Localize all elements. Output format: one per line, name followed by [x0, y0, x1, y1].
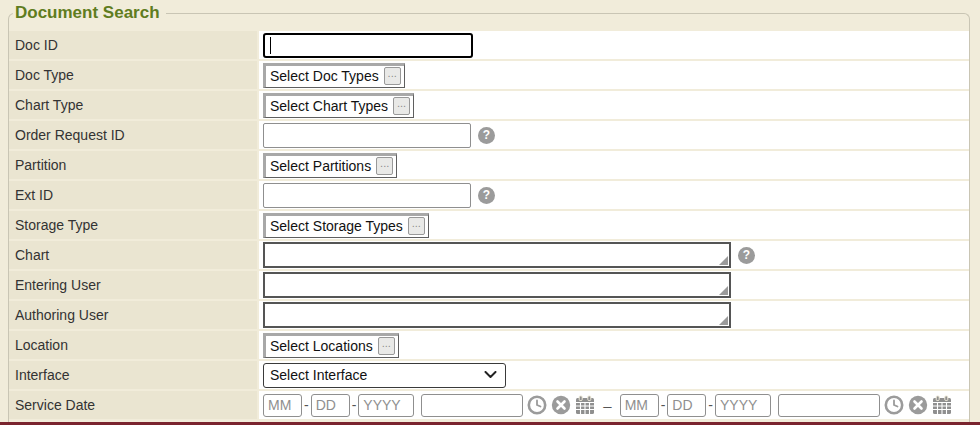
interface-select-value: Select Interface [270, 367, 367, 383]
date-separator: - [304, 397, 309, 413]
entering-user-label: Entering User [9, 271, 257, 299]
field-row-chart-type: Chart Type Select Chart Types ... [9, 91, 969, 119]
interface-label: Interface [9, 361, 257, 389]
location-label: Location [9, 331, 257, 359]
order-request-id-input[interactable] [263, 123, 471, 148]
to-day-input[interactable] [667, 394, 706, 417]
entering-user-textarea[interactable] [263, 272, 731, 298]
help-icon[interactable]: ? [478, 187, 495, 204]
chart-type-picker[interactable]: Select Chart Types ... [263, 93, 414, 118]
location-ellipsis-button[interactable]: ... [378, 337, 395, 355]
clock-icon[interactable] [527, 395, 547, 415]
field-row-service-date: Service Date - - [9, 391, 969, 419]
clear-icon[interactable] [908, 395, 928, 415]
to-month-input[interactable] [620, 394, 659, 417]
service-date-label: Service Date [9, 391, 257, 419]
doc-type-picker-label: Select Doc Types [270, 68, 379, 84]
partition-ellipsis-button[interactable]: ... [376, 157, 393, 175]
calendar-icon[interactable] [932, 395, 952, 415]
from-day-input[interactable] [311, 394, 350, 417]
document-search-fieldset: Document Search Doc ID Doc Type Select D… [8, 13, 970, 425]
storage-type-ellipsis-button[interactable]: ... [408, 217, 425, 235]
field-row-chart: Chart ? [9, 241, 969, 269]
field-row-order-request-id: Order Request ID ? [9, 121, 969, 149]
help-icon[interactable]: ? [738, 247, 755, 264]
page-title: Document Search [13, 3, 166, 23]
chart-type-picker-label: Select Chart Types [270, 98, 388, 114]
from-month-input[interactable] [263, 394, 302, 417]
field-row-doc-type: Doc Type Select Doc Types ... [9, 61, 969, 89]
text-caret [270, 37, 271, 54]
service-date-from-group: - - [263, 394, 595, 417]
interface-select[interactable]: Select Interface [263, 363, 506, 388]
field-row-location: Location Select Locations ... [9, 331, 969, 359]
location-picker-label: Select Locations [270, 338, 373, 354]
location-picker[interactable]: Select Locations ... [263, 333, 399, 358]
field-row-doc-id: Doc ID [9, 31, 969, 59]
ext-id-input[interactable] [263, 183, 471, 208]
date-separator: - [661, 397, 666, 413]
chevron-down-icon [484, 371, 497, 379]
from-time-input[interactable] [421, 394, 523, 417]
ext-id-label: Ext ID [9, 181, 257, 209]
field-row-interface: Interface Select Interface [9, 361, 969, 389]
service-date-to-group: - - [620, 394, 952, 417]
doc-id-label: Doc ID [9, 31, 257, 59]
form-rows: Doc ID Doc Type Select Doc Types ... Cha… [9, 14, 969, 419]
chart-label: Chart [9, 241, 257, 269]
field-row-storage-type: Storage Type Select Storage Types ... [9, 211, 969, 239]
doc-type-label: Doc Type [9, 61, 257, 89]
storage-type-picker-label: Select Storage Types [270, 218, 403, 234]
help-icon[interactable]: ? [478, 127, 495, 144]
calendar-icon[interactable] [575, 395, 595, 415]
authoring-user-textarea[interactable] [263, 302, 731, 328]
chart-type-label: Chart Type [9, 91, 257, 119]
to-time-input[interactable] [778, 394, 880, 417]
doc-type-ellipsis-button[interactable]: ... [384, 67, 401, 85]
authoring-user-label: Authoring User [9, 301, 257, 329]
doc-id-input[interactable] [263, 33, 473, 58]
partition-label: Partition [9, 151, 257, 179]
field-row-partition: Partition Select Partitions ... [9, 151, 969, 179]
storage-type-label: Storage Type [9, 211, 257, 239]
chart-textarea[interactable] [263, 242, 731, 268]
to-year-input[interactable] [715, 394, 771, 417]
from-year-input[interactable] [358, 394, 414, 417]
doc-type-picker[interactable]: Select Doc Types ... [263, 63, 405, 88]
clock-icon[interactable] [884, 395, 904, 415]
partition-picker[interactable]: Select Partitions ... [263, 153, 397, 178]
date-range-separator: – [603, 397, 611, 414]
date-separator: - [352, 397, 357, 413]
date-separator: - [708, 397, 713, 413]
chart-type-ellipsis-button[interactable]: ... [393, 97, 410, 115]
partition-picker-label: Select Partitions [270, 158, 371, 174]
field-row-authoring-user: Authoring User [9, 301, 969, 329]
storage-type-picker[interactable]: Select Storage Types ... [263, 213, 429, 238]
order-request-id-label: Order Request ID [9, 121, 257, 149]
field-row-entering-user: Entering User [9, 271, 969, 299]
field-row-ext-id: Ext ID ? [9, 181, 969, 209]
clear-icon[interactable] [551, 395, 571, 415]
